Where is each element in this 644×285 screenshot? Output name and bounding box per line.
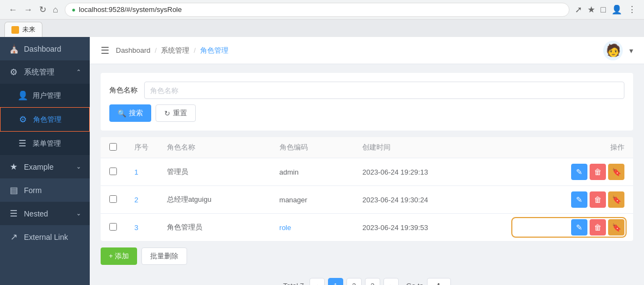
table-row: 3 角色管理员 role 2023-06-24 19:39:53 ✎ 🗑 🔖 bbox=[101, 214, 633, 241]
user-avatar[interactable]: 🧑 bbox=[603, 41, 623, 60]
address-bar[interactable]: ● localhost:9528/#/system/sysRole bbox=[65, 3, 570, 17]
page-button-3[interactable]: 3 bbox=[365, 278, 380, 285]
nav-buttons: ← → ↻ ⌂ bbox=[7, 3, 60, 16]
sidebar-item-dashboard[interactable]: ⛪ Dashboard bbox=[0, 37, 90, 60]
breadcrumb-home[interactable]: Dashboard bbox=[116, 46, 151, 54]
sidebar-dashboard-label: Dashboard bbox=[24, 45, 61, 53]
row-name: 总经理atguigu bbox=[158, 186, 271, 214]
row-seq: 1 bbox=[126, 158, 158, 186]
sidebar-item-menu[interactable]: ☰ 菜单管理 bbox=[0, 132, 90, 155]
system-submenu: 👤 用户管理 ⚙ 角色管理 ☰ 菜单管理 bbox=[0, 84, 90, 155]
page-button-2[interactable]: 2 bbox=[346, 278, 362, 285]
sidebar-item-users[interactable]: 👤 用户管理 bbox=[0, 84, 90, 107]
edit-button-0[interactable]: ✎ bbox=[571, 164, 587, 180]
search-icon: 🔍 bbox=[117, 109, 126, 117]
back-button[interactable]: ← bbox=[7, 3, 20, 16]
edit-button-1[interactable]: ✎ bbox=[571, 191, 587, 208]
sidebar-system-label: 系统管理 bbox=[24, 67, 54, 77]
add-button[interactable]: + 添加 bbox=[101, 247, 137, 265]
tab-title: 未来 bbox=[22, 25, 35, 34]
row-created: 2023-06-24 19:29:13 bbox=[354, 158, 505, 186]
goto-input[interactable] bbox=[427, 278, 451, 285]
select-all-checkbox[interactable] bbox=[109, 143, 117, 151]
assign-button-0[interactable]: 🔖 bbox=[608, 164, 624, 180]
data-table: 序号 角色名称 角色编码 创建时间 操作 1 管理员 admin 2023-06… bbox=[101, 137, 633, 241]
sidebar-item-external[interactable]: ↗ External Link bbox=[0, 225, 90, 249]
batch-delete-button[interactable]: 批量删除 bbox=[141, 247, 187, 265]
extensions-button[interactable]: □ bbox=[599, 3, 607, 16]
row-checkbox-1[interactable] bbox=[109, 195, 117, 203]
example-icon: ★ bbox=[9, 162, 18, 172]
hamburger-button[interactable]: ☰ bbox=[101, 45, 109, 57]
sidebar: ⛪ Dashboard ⚙ 系统管理 ⌃ 👤 用户管理 ⚙ 角色管理 ☰ 菜单管… bbox=[0, 37, 90, 285]
menu-button[interactable]: ⋮ bbox=[627, 3, 637, 16]
home-button[interactable]: ⌂ bbox=[51, 3, 60, 16]
delete-button-0[interactable]: 🗑 bbox=[590, 164, 606, 180]
action-btns-0: ✎ 🗑 🔖 bbox=[513, 164, 624, 180]
profile-button[interactable]: 👤 bbox=[610, 3, 623, 16]
batch-delete-label: 批量删除 bbox=[150, 251, 178, 261]
assign-button-2[interactable]: 🔖 bbox=[608, 219, 624, 236]
row-code-text: manager bbox=[280, 196, 307, 204]
row-name: 角色管理员 bbox=[158, 214, 271, 241]
form-icon: ▤ bbox=[9, 185, 18, 195]
reset-button[interactable]: ↻ 重置 bbox=[156, 104, 196, 122]
row-seq-link-2[interactable]: 3 bbox=[134, 224, 138, 232]
bookmark-button[interactable]: ★ bbox=[586, 3, 596, 16]
page-header: ☰ Dashboard / 系统管理 / 角色管理 🧑 ▾ bbox=[90, 37, 644, 64]
sidebar-item-form[interactable]: ▤ Form bbox=[0, 178, 90, 202]
next-page-button[interactable]: › bbox=[383, 278, 399, 285]
row-checkbox-cell bbox=[101, 186, 126, 214]
row-seq-link-0[interactable]: 1 bbox=[134, 168, 138, 176]
breadcrumb: Dashboard / 系统管理 / 角色管理 bbox=[116, 46, 597, 55]
bottom-toolbar: + 添加 批量删除 bbox=[101, 241, 633, 271]
system-expand-icon: ⌃ bbox=[76, 69, 81, 76]
delete-button-2[interactable]: 🗑 bbox=[590, 219, 606, 236]
sidebar-group-example[interactable]: ★ Example ⌄ bbox=[0, 155, 90, 178]
row-seq: 3 bbox=[126, 214, 158, 241]
row-checkbox-0[interactable] bbox=[109, 168, 117, 175]
row-code: admin bbox=[271, 158, 354, 186]
search-button[interactable]: 🔍 搜索 bbox=[109, 104, 151, 122]
avatar-dropdown-icon[interactable]: ▾ bbox=[629, 46, 633, 55]
row-created: 2023-06-24 19:30:24 bbox=[354, 186, 505, 214]
search-section: 角色名称 🔍 搜索 ↻ 重置 bbox=[101, 73, 633, 131]
edit-button-2[interactable]: ✎ bbox=[571, 219, 587, 236]
tab-favicon bbox=[11, 26, 19, 34]
sidebar-nested-label: Nested bbox=[24, 209, 48, 218]
search-label: 角色名称 bbox=[109, 85, 138, 95]
nested-icon: ☰ bbox=[9, 208, 18, 219]
sidebar-group-nested[interactable]: ☰ Nested ⌄ bbox=[0, 202, 90, 225]
add-label: + 添加 bbox=[109, 251, 129, 261]
browser-tab[interactable]: 未来 bbox=[4, 22, 42, 37]
action-btns-1: ✎ 🗑 🔖 bbox=[513, 191, 624, 208]
main-content: ☰ Dashboard / 系统管理 / 角色管理 🧑 ▾ 角色名称 bbox=[90, 37, 644, 285]
row-seq-link-1[interactable]: 2 bbox=[134, 196, 138, 204]
pagination-goto: Go to bbox=[406, 278, 451, 285]
row-code-text: role bbox=[280, 224, 292, 232]
action-btns-2: ✎ 🗑 🔖 bbox=[513, 219, 624, 236]
breadcrumb-current: 角色管理 bbox=[200, 46, 228, 55]
goto-label: Go to bbox=[406, 282, 424, 286]
sidebar-item-roles[interactable]: ⚙ 角色管理 bbox=[0, 107, 90, 132]
row-actions: ✎ 🗑 🔖 bbox=[505, 186, 633, 214]
search-btn-label: 搜索 bbox=[129, 108, 143, 118]
menu-icon: ☰ bbox=[17, 138, 27, 148]
row-actions: ✎ 🗑 🔖 bbox=[505, 158, 633, 186]
forward-button[interactable]: → bbox=[22, 3, 35, 16]
header-created: 创建时间 bbox=[354, 137, 505, 158]
refresh-button[interactable]: ↻ bbox=[37, 3, 48, 16]
table-body: 1 管理员 admin 2023-06-24 19:29:13 ✎ 🗑 🔖 2 … bbox=[101, 158, 633, 241]
prev-page-button[interactable]: ‹ bbox=[309, 278, 325, 285]
search-input[interactable] bbox=[144, 82, 624, 99]
assign-button-1[interactable]: 🔖 bbox=[608, 191, 624, 208]
breadcrumb-parent[interactable]: 系统管理 bbox=[161, 46, 189, 55]
row-code: role bbox=[271, 214, 354, 241]
share-button[interactable]: ➚ bbox=[574, 3, 583, 16]
page-button-1[interactable]: 1 bbox=[328, 278, 343, 285]
table-header-row: 序号 角色名称 角色编码 创建时间 操作 bbox=[101, 137, 633, 158]
row-checkbox-2[interactable] bbox=[109, 223, 117, 231]
breadcrumb-sep-1: / bbox=[155, 46, 157, 54]
sidebar-group-system[interactable]: ⚙ 系统管理 ⌃ bbox=[0, 60, 90, 84]
delete-button-1[interactable]: 🗑 bbox=[590, 191, 606, 208]
